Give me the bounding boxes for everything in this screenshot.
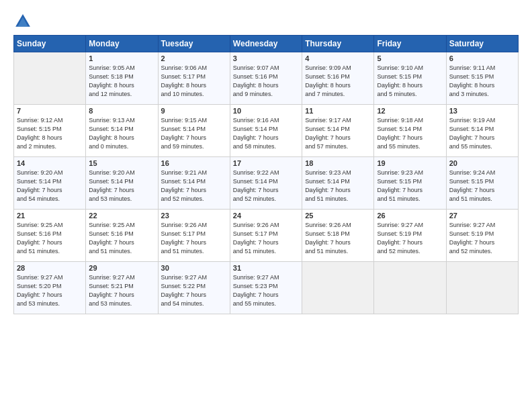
day-info: Sunrise: 9:24 AM Sunset: 5:15 PM Dayligh…: [449, 169, 515, 203]
day-info: Sunrise: 9:27 AM Sunset: 5:21 PM Dayligh…: [89, 273, 154, 308]
day-number: 8: [89, 107, 154, 115]
calendar-cell: 12Sunrise: 9:18 AM Sunset: 5:14 PM Dayli…: [374, 105, 446, 157]
calendar-cell: 22Sunrise: 9:25 AM Sunset: 5:16 PM Dayli…: [86, 210, 158, 262]
calendar-cell: 15Sunrise: 9:20 AM Sunset: 5:14 PM Dayli…: [86, 157, 158, 210]
calendar-cell: 6Sunrise: 9:11 AM Sunset: 5:15 PM Daylig…: [446, 52, 518, 105]
day-info: Sunrise: 9:09 AM Sunset: 5:16 PM Dayligh…: [305, 64, 371, 99]
header-saturday: Saturday: [446, 36, 518, 52]
day-number: 19: [377, 159, 443, 167]
day-info: Sunrise: 9:17 AM Sunset: 5:14 PM Dayligh…: [305, 116, 371, 151]
calendar-table: SundayMondayTuesdayWednesdayThursdayFrid…: [13, 35, 519, 314]
day-number: 1: [89, 54, 154, 62]
day-number: 14: [17, 159, 83, 167]
day-info: Sunrise: 9:10 AM Sunset: 5:15 PM Dayligh…: [377, 64, 443, 99]
day-info: Sunrise: 9:23 AM Sunset: 5:15 PM Dayligh…: [377, 169, 443, 203]
day-info: Sunrise: 9:20 AM Sunset: 5:14 PM Dayligh…: [17, 169, 83, 203]
calendar-cell: 9Sunrise: 9:15 AM Sunset: 5:14 PM Daylig…: [158, 105, 230, 157]
day-number: 27: [449, 212, 515, 220]
week-row-2: 14Sunrise: 9:20 AM Sunset: 5:14 PM Dayli…: [14, 157, 519, 210]
day-info: Sunrise: 9:27 AM Sunset: 5:19 PM Dayligh…: [449, 221, 515, 256]
day-info: Sunrise: 9:07 AM Sunset: 5:16 PM Dayligh…: [233, 64, 299, 99]
calendar-cell: 5Sunrise: 9:10 AM Sunset: 5:15 PM Daylig…: [374, 52, 446, 105]
page: SundayMondayTuesdayWednesdayThursdayFrid…: [0, 0, 532, 411]
calendar-cell: 11Sunrise: 9:17 AM Sunset: 5:14 PM Dayli…: [302, 105, 374, 157]
week-row-4: 28Sunrise: 9:27 AM Sunset: 5:20 PM Dayli…: [14, 262, 519, 314]
calendar-cell: 23Sunrise: 9:26 AM Sunset: 5:17 PM Dayli…: [158, 210, 230, 262]
calendar-cell: [374, 262, 446, 314]
calendar-cell: 26Sunrise: 9:27 AM Sunset: 5:19 PM Dayli…: [374, 210, 446, 262]
day-number: 11: [305, 107, 371, 115]
day-number: 17: [233, 159, 299, 167]
calendar-cell: 19Sunrise: 9:23 AM Sunset: 5:15 PM Dayli…: [374, 157, 446, 210]
day-info: Sunrise: 9:26 AM Sunset: 5:17 PM Dayligh…: [161, 221, 227, 256]
day-info: Sunrise: 9:13 AM Sunset: 5:14 PM Dayligh…: [89, 116, 154, 151]
day-info: Sunrise: 9:05 AM Sunset: 5:18 PM Dayligh…: [89, 64, 154, 99]
week-row-1: 7Sunrise: 9:12 AM Sunset: 5:15 PM Daylig…: [14, 105, 519, 157]
day-info: Sunrise: 9:15 AM Sunset: 5:14 PM Dayligh…: [161, 116, 227, 151]
calendar-cell: 14Sunrise: 9:20 AM Sunset: 5:14 PM Dayli…: [14, 157, 86, 210]
calendar-cell: 2Sunrise: 9:06 AM Sunset: 5:17 PM Daylig…: [158, 52, 230, 105]
day-number: 13: [449, 107, 515, 115]
day-number: 25: [305, 212, 371, 220]
calendar-cell: [446, 262, 518, 314]
calendar-cell: 29Sunrise: 9:27 AM Sunset: 5:21 PM Dayli…: [86, 262, 158, 314]
day-number: 20: [449, 159, 515, 167]
calendar-cell: 27Sunrise: 9:27 AM Sunset: 5:19 PM Dayli…: [446, 210, 518, 262]
logo: [13, 12, 35, 31]
calendar-cell: 13Sunrise: 9:19 AM Sunset: 5:14 PM Dayli…: [446, 105, 518, 157]
day-info: Sunrise: 9:06 AM Sunset: 5:17 PM Dayligh…: [161, 64, 227, 99]
calendar-cell: 16Sunrise: 9:21 AM Sunset: 5:14 PM Dayli…: [158, 157, 230, 210]
day-info: Sunrise: 9:25 AM Sunset: 5:16 PM Dayligh…: [17, 221, 83, 256]
day-info: Sunrise: 9:21 AM Sunset: 5:14 PM Dayligh…: [161, 169, 227, 203]
day-number: 3: [233, 54, 299, 62]
calendar-cell: [14, 52, 86, 105]
day-number: 15: [89, 159, 154, 167]
day-number: 4: [305, 54, 371, 62]
header-wednesday: Wednesday: [230, 36, 302, 52]
day-info: Sunrise: 9:27 AM Sunset: 5:19 PM Dayligh…: [377, 221, 443, 256]
calendar-cell: 4Sunrise: 9:09 AM Sunset: 5:16 PM Daylig…: [302, 52, 374, 105]
day-number: 31: [233, 264, 299, 272]
day-number: 28: [17, 264, 83, 272]
calendar-cell: 21Sunrise: 9:25 AM Sunset: 5:16 PM Dayli…: [14, 210, 86, 262]
day-number: 30: [161, 264, 227, 272]
day-info: Sunrise: 9:18 AM Sunset: 5:14 PM Dayligh…: [377, 116, 443, 151]
calendar-cell: 31Sunrise: 9:27 AM Sunset: 5:23 PM Dayli…: [230, 262, 302, 314]
calendar-cell: 10Sunrise: 9:16 AM Sunset: 5:14 PM Dayli…: [230, 105, 302, 157]
day-number: 9: [161, 107, 227, 115]
day-number: 24: [233, 212, 299, 220]
day-info: Sunrise: 9:25 AM Sunset: 5:16 PM Dayligh…: [89, 221, 154, 256]
calendar-cell: 20Sunrise: 9:24 AM Sunset: 5:15 PM Dayli…: [446, 157, 518, 210]
day-number: 5: [377, 54, 443, 62]
calendar-cell: 28Sunrise: 9:27 AM Sunset: 5:20 PM Dayli…: [14, 262, 86, 314]
calendar-cell: 3Sunrise: 9:07 AM Sunset: 5:16 PM Daylig…: [230, 52, 302, 105]
day-info: Sunrise: 9:26 AM Sunset: 5:17 PM Dayligh…: [233, 221, 299, 256]
header: [13, 12, 519, 31]
header-monday: Monday: [86, 36, 158, 52]
header-tuesday: Tuesday: [158, 36, 230, 52]
day-number: 7: [17, 107, 83, 115]
day-number: 21: [17, 212, 83, 220]
calendar-cell: 25Sunrise: 9:26 AM Sunset: 5:18 PM Dayli…: [302, 210, 374, 262]
day-info: Sunrise: 9:23 AM Sunset: 5:14 PM Dayligh…: [305, 169, 371, 203]
header-row: SundayMondayTuesdayWednesdayThursdayFrid…: [14, 36, 519, 52]
day-number: 12: [377, 107, 443, 115]
day-number: 2: [161, 54, 227, 62]
day-number: 16: [161, 159, 227, 167]
header-sunday: Sunday: [14, 36, 86, 52]
calendar-cell: [302, 262, 374, 314]
day-info: Sunrise: 9:27 AM Sunset: 5:20 PM Dayligh…: [17, 273, 83, 308]
calendar-cell: 24Sunrise: 9:26 AM Sunset: 5:17 PM Dayli…: [230, 210, 302, 262]
calendar-cell: 18Sunrise: 9:23 AM Sunset: 5:14 PM Dayli…: [302, 157, 374, 210]
day-number: 22: [89, 212, 154, 220]
day-info: Sunrise: 9:26 AM Sunset: 5:18 PM Dayligh…: [305, 221, 371, 256]
header-thursday: Thursday: [302, 36, 374, 52]
calendar-cell: 7Sunrise: 9:12 AM Sunset: 5:15 PM Daylig…: [14, 105, 86, 157]
calendar-cell: 30Sunrise: 9:27 AM Sunset: 5:22 PM Dayli…: [158, 262, 230, 314]
week-row-3: 21Sunrise: 9:25 AM Sunset: 5:16 PM Dayli…: [14, 210, 519, 262]
header-friday: Friday: [374, 36, 446, 52]
day-number: 6: [449, 54, 515, 62]
calendar-cell: 1Sunrise: 9:05 AM Sunset: 5:18 PM Daylig…: [86, 52, 158, 105]
day-number: 26: [377, 212, 443, 220]
day-info: Sunrise: 9:12 AM Sunset: 5:15 PM Dayligh…: [17, 116, 83, 151]
